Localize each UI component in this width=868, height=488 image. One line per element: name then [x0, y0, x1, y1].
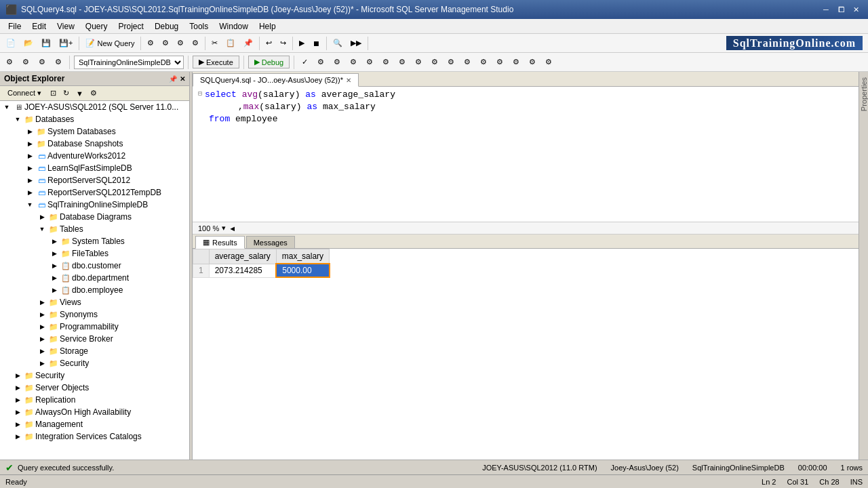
- new-file-btn[interactable]: 📄: [3, 36, 19, 51]
- connect-btn[interactable]: Connect ▾: [3, 87, 46, 99]
- filter-btn[interactable]: ▼: [73, 87, 86, 99]
- tree-security[interactable]: ▶ 📁 Security: [0, 369, 189, 382]
- menu-project[interactable]: Project: [113, 20, 149, 33]
- tree-databases[interactable]: ▼ 📁 Databases: [0, 113, 189, 125]
- tb2-btn12[interactable]: ⚙: [428, 55, 441, 70]
- redo-btn[interactable]: ↪: [277, 36, 290, 51]
- cut-btn[interactable]: ✂: [208, 36, 221, 51]
- tree-sqltraining[interactable]: ▼ 🗃 SqlTrainingOnlineSimpleDB: [0, 199, 189, 211]
- rep-expander[interactable]: ▶: [12, 396, 23, 403]
- toolbar-btn5[interactable]: ⚙: [174, 36, 187, 51]
- minimize-button[interactable]: ─: [819, 3, 833, 16]
- tree-synonyms[interactable]: ▶ 📁 Synonyms: [0, 308, 189, 321]
- line-expand-icon[interactable]: ⊟: [198, 89, 202, 98]
- snapshots-expander[interactable]: ▶: [24, 140, 35, 147]
- tb-btn8[interactable]: ⏹: [309, 36, 323, 51]
- tree-server[interactable]: ▼ 🖥 JOEY-ASUS\SQL2012 (SQL Server 11.0..…: [0, 101, 189, 113]
- tree-system-tables[interactable]: ▶ 📁 System Tables: [0, 235, 189, 247]
- undo-btn[interactable]: ↩: [262, 36, 275, 51]
- emp-expander[interactable]: ▶: [49, 287, 60, 293]
- customer-expander[interactable]: ▶: [49, 262, 60, 269]
- tree-server-objects[interactable]: ▶ 📁 Server Objects: [0, 382, 189, 394]
- tb2-btn6[interactable]: ⚙: [330, 55, 344, 70]
- zoom-dropdown[interactable]: ▾: [222, 224, 226, 232]
- dbdiag-expander[interactable]: ▶: [37, 214, 47, 220]
- save-all-btn[interactable]: 💾+: [56, 36, 76, 51]
- tree-reportserver[interactable]: ▶ 🗃 ReportServerSQL2012: [0, 174, 189, 186]
- views-expander[interactable]: ▶: [37, 299, 47, 306]
- tb2-btn17[interactable]: ⚙: [509, 55, 523, 70]
- tree-reportserver-temp[interactable]: ▶ 🗃 ReportServerSQL2012TempDB: [0, 186, 189, 199]
- open-btn[interactable]: 📂: [20, 36, 37, 51]
- prog-expander[interactable]: ▶: [37, 323, 47, 330]
- tree-views[interactable]: ▶ 📁 Views: [0, 296, 189, 308]
- tb-btn9[interactable]: 🔍: [330, 36, 346, 51]
- storage-expander[interactable]: ▶: [37, 348, 47, 354]
- tree-customer[interactable]: ▶ 📋 dbo.customer: [0, 260, 189, 272]
- zoom-left-arrow[interactable]: ◄: [229, 224, 236, 232]
- sysdb-expander[interactable]: ▶: [24, 128, 35, 135]
- tables-expander[interactable]: ▼: [37, 226, 47, 232]
- menu-view[interactable]: View: [52, 20, 80, 33]
- tree-service-broker[interactable]: ▶ 📁 Service Broker: [0, 333, 189, 345]
- tb2-btn11[interactable]: ⚙: [412, 55, 425, 70]
- parse-btn[interactable]: ✓: [298, 55, 311, 70]
- dept-expander[interactable]: ▶: [49, 274, 60, 281]
- tree-replication[interactable]: ▶ 📁 Replication: [0, 394, 189, 406]
- tree-tables[interactable]: ▼ 📁 Tables: [0, 223, 189, 235]
- toolbar-btn6[interactable]: ⚙: [189, 36, 202, 51]
- tree-snapshots[interactable]: ▶ 📁 Database Snapshots: [0, 138, 189, 150]
- paste-btn[interactable]: 📌: [240, 36, 256, 51]
- refresh-btn[interactable]: ↻: [60, 87, 72, 99]
- save-btn[interactable]: 💾: [38, 36, 54, 51]
- learnsql-expander[interactable]: ▶: [24, 165, 35, 171]
- database-dropdown[interactable]: SqlTrainingOnlineSimpleDB: [74, 56, 184, 69]
- tb2-btn14[interactable]: ⚙: [460, 55, 474, 70]
- tb2-btn16[interactable]: ⚙: [493, 55, 507, 70]
- properties-label[interactable]: Properties: [860, 77, 868, 111]
- server-expander[interactable]: ▼: [1, 104, 12, 110]
- menu-tools[interactable]: Tools: [184, 20, 214, 33]
- tb2-btn13[interactable]: ⚙: [444, 55, 458, 70]
- tree-programmability[interactable]: ▶ 📁 Programmability: [0, 321, 189, 333]
- tb2-btn8[interactable]: ⚙: [363, 55, 376, 70]
- messages-tab[interactable]: Messages: [246, 236, 295, 248]
- st-expander[interactable]: ▼: [24, 201, 35, 208]
- tb2-btn15[interactable]: ⚙: [477, 55, 490, 70]
- synonyms-expander[interactable]: ▶: [37, 311, 47, 318]
- copy-btn[interactable]: 📋: [222, 36, 239, 51]
- tree-filetables[interactable]: ▶ 📁 FileTables: [0, 247, 189, 260]
- close-button[interactable]: ✕: [849, 3, 863, 16]
- menu-file[interactable]: File: [3, 20, 26, 33]
- tb2-btn7[interactable]: ⚙: [347, 55, 360, 70]
- results-tab[interactable]: ▦ Results: [195, 236, 245, 249]
- debug-button[interactable]: ▶ Debug: [248, 56, 290, 68]
- execute-button[interactable]: ▶ Execute: [193, 56, 239, 68]
- tree-storage[interactable]: ▶ 📁 Storage: [0, 345, 189, 357]
- tb2-btn2[interactable]: ⚙: [19, 55, 33, 70]
- sql-editor[interactable]: ⊟ select avg(salary) as average_salary ,…: [193, 87, 859, 222]
- menu-query[interactable]: Query: [80, 20, 113, 33]
- tb2-btn4[interactable]: ⚙: [52, 55, 65, 70]
- tree-learnsql[interactable]: ▶ 🗃 LearnSqlFastSimpleDB: [0, 162, 189, 174]
- oe-settings-btn[interactable]: ⚙: [87, 87, 100, 99]
- tb2-btn9[interactable]: ⚙: [379, 55, 393, 70]
- tab-sqlquery4[interactable]: SQLQuery4.sql - JO...oey-Asus\Joey (52))…: [193, 73, 359, 87]
- tb2-btn19[interactable]: ⚙: [542, 55, 555, 70]
- tree-department[interactable]: ▶ 📋 dbo.department: [0, 272, 189, 284]
- is-expander[interactable]: ▶: [12, 433, 23, 440]
- tb2-btn3[interactable]: ⚙: [35, 55, 49, 70]
- tb2-btn18[interactable]: ⚙: [526, 55, 539, 70]
- databases-expander[interactable]: ▼: [12, 116, 23, 123]
- tb2-btn10[interactable]: ⚙: [395, 55, 409, 70]
- restore-button[interactable]: ⧠: [834, 3, 848, 16]
- aw-expander[interactable]: ▶: [24, 152, 35, 159]
- dbsec-expander[interactable]: ▶: [37, 360, 47, 367]
- sec-expander[interactable]: ▶: [12, 372, 23, 379]
- sb-expander[interactable]: ▶: [37, 336, 47, 342]
- menu-window[interactable]: Window: [214, 20, 254, 33]
- rst-expander[interactable]: ▶: [24, 189, 35, 196]
- tree-employee[interactable]: ▶ 📋 dbo.employee: [0, 284, 189, 296]
- ao-expander[interactable]: ▶: [12, 409, 23, 415]
- menu-edit[interactable]: Edit: [26, 20, 52, 33]
